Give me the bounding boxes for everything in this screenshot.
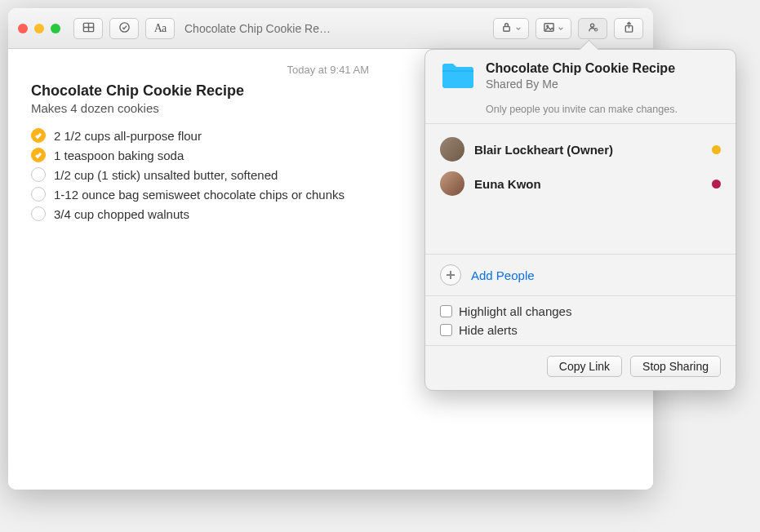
collaborate-button[interactable] <box>578 18 607 39</box>
popover-button-row: Copy Link Stop Sharing <box>425 345 736 390</box>
popover-subtitle: Shared By Me <box>486 78 675 91</box>
checklist-item-text: 2 1/2 cups all-purpose flour <box>54 129 202 143</box>
window-titlebar: Aa Chocolate Chip Cookie Re… <box>8 8 653 49</box>
popover-title: Chocolate Chip Cookie Recipe <box>486 61 675 76</box>
photo-icon <box>543 21 555 36</box>
add-people-label: Add People <box>471 268 535 282</box>
note-timestamp: Today at 9:41 AM <box>31 64 369 76</box>
chevron-down-icon <box>515 25 522 32</box>
collaboration-popover: Chocolate Chip Cookie Recipe Shared By M… <box>424 49 736 391</box>
table-icon <box>82 21 95 36</box>
folder-icon <box>440 61 476 97</box>
share-options: Highlight all changes Hide alerts <box>425 295 736 345</box>
copy-link-button[interactable]: Copy Link <box>547 356 622 377</box>
checklist-toggle[interactable] <box>31 128 46 143</box>
checklist-toggle[interactable] <box>31 148 46 162</box>
hide-alerts-option[interactable]: Hide alerts <box>440 323 721 337</box>
checkbox-icon <box>440 324 452 336</box>
svg-point-7 <box>590 24 593 27</box>
checkbox-icon <box>440 305 452 317</box>
status-dot <box>712 180 721 188</box>
avatar <box>440 137 464 162</box>
svg-rect-4 <box>504 26 510 31</box>
checkmark-circle-icon <box>118 21 131 36</box>
table-button[interactable] <box>73 18 103 39</box>
stop-sharing-button[interactable]: Stop Sharing <box>630 356 721 377</box>
participant-row[interactable]: Euna Kwon <box>440 166 721 201</box>
participants-list: Blair Lockheart (Owner)Euna Kwon <box>425 123 736 254</box>
svg-point-6 <box>547 25 549 27</box>
popover-header: Chocolate Chip Cookie Recipe Shared By M… <box>425 50 736 102</box>
participant-name: Blair Lockheart (Owner) <box>474 143 702 157</box>
checklist-item-text: 3/4 cup chopped walnuts <box>54 207 189 221</box>
popover-permission-hint: Only people you invite can make changes. <box>425 102 736 123</box>
window-controls <box>18 24 60 33</box>
add-people-button[interactable]: Add People <box>425 254 736 295</box>
minimize-window-button[interactable] <box>34 24 44 33</box>
participant-row[interactable]: Blair Lockheart (Owner) <box>440 132 721 166</box>
participant-name: Euna Kwon <box>474 177 702 191</box>
lock-icon <box>500 21 513 36</box>
close-window-button[interactable] <box>18 24 28 33</box>
checklist-item-text: 1-12 ounce bag semisweet chocolate chips… <box>54 188 344 202</box>
highlight-changes-label: Highlight all changes <box>459 304 571 318</box>
plus-circle-icon <box>440 264 461 286</box>
hide-alerts-label: Hide alerts <box>459 323 518 337</box>
document-title: Chocolate Chip Cookie Re… <box>184 22 331 35</box>
text-format-icon: Aa <box>154 22 166 35</box>
lock-button[interactable] <box>493 18 529 39</box>
avatar <box>440 171 464 196</box>
checklist-toggle[interactable] <box>31 167 46 182</box>
person-badge-icon <box>587 21 599 36</box>
media-button[interactable] <box>536 18 571 39</box>
chevron-down-icon <box>558 25 564 32</box>
svg-point-3 <box>119 22 128 31</box>
checklist-item-text: 1 teaspoon baking soda <box>54 149 184 162</box>
status-dot <box>712 145 721 154</box>
zoom-window-button[interactable] <box>51 24 60 33</box>
checklist-button[interactable] <box>109 18 139 39</box>
checklist-toggle[interactable] <box>31 206 46 221</box>
share-button[interactable] <box>614 18 643 39</box>
format-text-button[interactable]: Aa <box>145 18 175 39</box>
checklist-item-text: 1/2 cup (1 stick) unsalted butter, softe… <box>54 168 278 182</box>
checklist-toggle[interactable] <box>31 187 46 202</box>
highlight-changes-option[interactable]: Highlight all changes <box>440 304 721 318</box>
share-icon <box>623 21 635 36</box>
